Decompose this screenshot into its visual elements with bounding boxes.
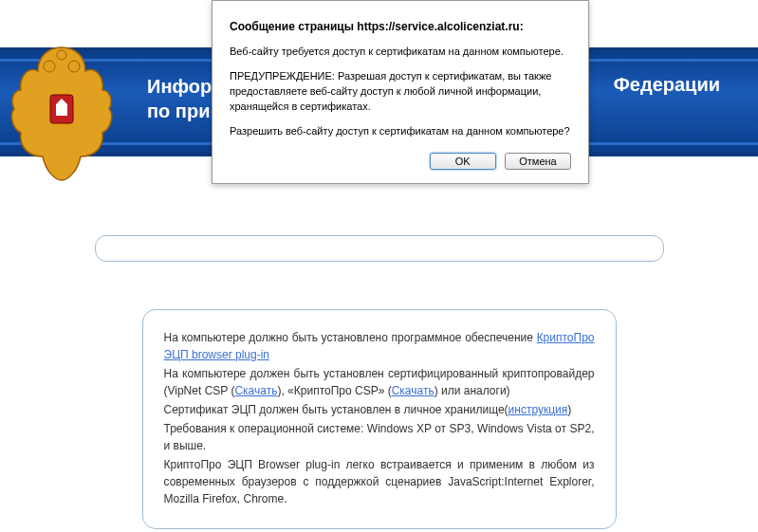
header-title-right: Федерации <box>614 74 720 96</box>
req-p1: На компьютере должно быть установлено пр… <box>164 329 595 363</box>
dialog-line1: Веб-сайту требуется доступ к сертификата… <box>230 45 571 60</box>
requirements-panel: На компьютере должно быть установлено пр… <box>142 309 617 529</box>
svg-point-2 <box>68 61 80 72</box>
dialog-title: Сообщение страницы https://service.alcol… <box>230 20 571 33</box>
dialog-button-row: OK Отмена <box>230 153 571 170</box>
dialog-line3: Разрешить веб-сайту доступ к сертификата… <box>230 124 571 139</box>
req-p5: КриптоПро ЭЦП Browser plug-in легко встр… <box>164 456 595 507</box>
vipnet-download-link[interactable]: Скачать <box>234 384 277 397</box>
dialog-line2: ПРЕДУПРЕЖДЕНИЕ: Разрешая доступ к сертиф… <box>230 69 571 115</box>
cryptopro-download-link[interactable]: Скачать <box>392 384 434 397</box>
ok-button[interactable]: OK <box>430 153 496 170</box>
certificate-instruction-link[interactable]: инструкция <box>508 403 568 416</box>
certificate-access-dialog: Сообщение страницы https://service.alcol… <box>212 0 589 184</box>
req-p3: Сертификат ЭЦП должен быть установлен в … <box>164 401 595 418</box>
status-bar <box>95 235 664 262</box>
cancel-button[interactable]: Отмена <box>505 153 571 170</box>
dialog-body: Веб-сайту требуется доступ к сертификата… <box>230 45 571 139</box>
header-title-line2: по при <box>147 101 210 121</box>
req-p4: Требования к операционной системе: Windo… <box>164 420 595 454</box>
russian-coat-of-arms-icon <box>0 38 123 199</box>
svg-point-3 <box>57 50 66 60</box>
req-p2: На компьютере должен быть установлен сер… <box>164 365 595 399</box>
svg-point-1 <box>44 61 55 72</box>
